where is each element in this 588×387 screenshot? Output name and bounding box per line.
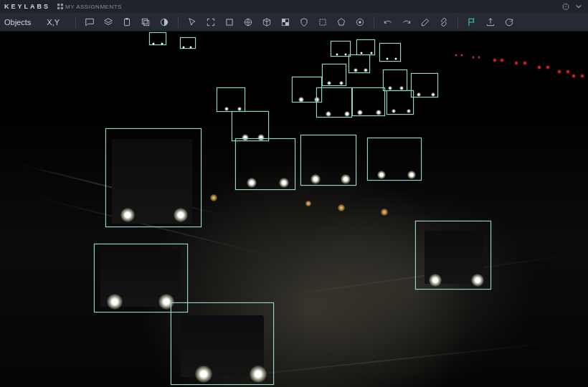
separator	[178, 16, 179, 28]
bounding-box[interactable]	[387, 90, 414, 115]
separator	[75, 16, 76, 28]
separator	[457, 16, 458, 28]
flag-icon[interactable]	[464, 14, 480, 30]
bounding-box[interactable]	[316, 87, 352, 118]
undo-icon[interactable]	[380, 14, 396, 30]
objects-label[interactable]: Objects	[4, 18, 31, 27]
svg-rect-2	[57, 7, 60, 9]
cube-icon[interactable]	[259, 14, 275, 30]
taillight	[514, 61, 518, 65]
taillight	[493, 58, 497, 62]
polygon-icon[interactable]	[333, 14, 349, 30]
svg-rect-3	[61, 7, 63, 9]
taillight	[500, 58, 504, 62]
bounding-box[interactable]	[235, 138, 295, 190]
bounding-box[interactable]	[348, 54, 370, 73]
taillight	[478, 56, 480, 59]
amber-light	[381, 209, 388, 216]
bounding-box[interactable]	[352, 87, 385, 116]
chat-icon[interactable]	[82, 14, 98, 30]
chevron-down-icon[interactable]	[574, 1, 584, 11]
eraser-icon[interactable]	[417, 14, 433, 30]
amber-light	[338, 204, 345, 211]
bounding-box[interactable]	[322, 64, 346, 86]
redo-icon[interactable]	[399, 14, 414, 30]
taillight	[523, 61, 527, 65]
bounding-box[interactable]	[149, 32, 166, 45]
titlebar: KEYLABS MY ASSIGNMENTS	[0, 0, 588, 13]
bounding-box[interactable]	[356, 39, 375, 55]
taillight	[580, 74, 584, 78]
grid-icon	[57, 4, 63, 9]
bounding-box[interactable]	[105, 128, 201, 227]
export-icon[interactable]	[483, 14, 498, 30]
bounding-box[interactable]	[300, 135, 356, 186]
help-button[interactable]	[561, 1, 571, 11]
bbox-icon[interactable]	[222, 14, 237, 30]
taillight	[537, 65, 541, 70]
bounding-box[interactable]	[171, 302, 274, 385]
globe-icon[interactable]	[240, 14, 256, 30]
svg-rect-0	[57, 4, 60, 6]
copy-icon[interactable]	[138, 14, 153, 30]
layers-icon[interactable]	[100, 14, 116, 30]
clipboard-icon[interactable]	[119, 14, 135, 30]
point-icon[interactable]	[352, 14, 368, 30]
breadcrumb[interactable]: MY ASSIGNMENTS	[57, 4, 122, 10]
taillight	[460, 54, 463, 57]
taillight	[546, 65, 550, 70]
link-icon[interactable]	[436, 14, 452, 30]
shield-icon[interactable]	[296, 14, 312, 30]
separator	[374, 16, 374, 28]
svg-rect-1	[61, 4, 63, 6]
breadcrumb-label: MY ASSIGNMENTS	[65, 4, 122, 10]
taillight	[472, 56, 475, 59]
toolbar: Objects X,Y	[0, 13, 588, 32]
dashed-box-icon[interactable]	[315, 14, 331, 30]
bounding-box[interactable]	[180, 37, 196, 49]
bounding-box[interactable]	[411, 73, 438, 97]
bounding-box[interactable]	[367, 138, 422, 181]
image-canvas[interactable]	[0, 32, 588, 387]
expand-icon[interactable]	[203, 14, 219, 30]
bounding-box[interactable]	[217, 87, 245, 112]
taillight	[557, 70, 561, 74]
bounding-box[interactable]	[415, 221, 491, 290]
taillight	[572, 74, 576, 78]
coords-label: X,Y	[47, 18, 60, 27]
refresh-icon[interactable]	[501, 14, 517, 30]
bounding-box[interactable]	[331, 41, 351, 57]
cursor-icon[interactable]	[184, 14, 200, 30]
taillight	[455, 54, 457, 57]
contrast-icon[interactable]	[156, 14, 172, 30]
bounding-box[interactable]	[383, 70, 407, 91]
bounding-box[interactable]	[379, 43, 401, 62]
bounding-box[interactable]	[232, 111, 269, 141]
amber-light	[210, 194, 217, 201]
amber-light	[305, 201, 311, 206]
brand-logo: KEYLABS	[4, 3, 50, 10]
checker-icon[interactable]	[278, 14, 293, 30]
taillight	[566, 70, 570, 74]
